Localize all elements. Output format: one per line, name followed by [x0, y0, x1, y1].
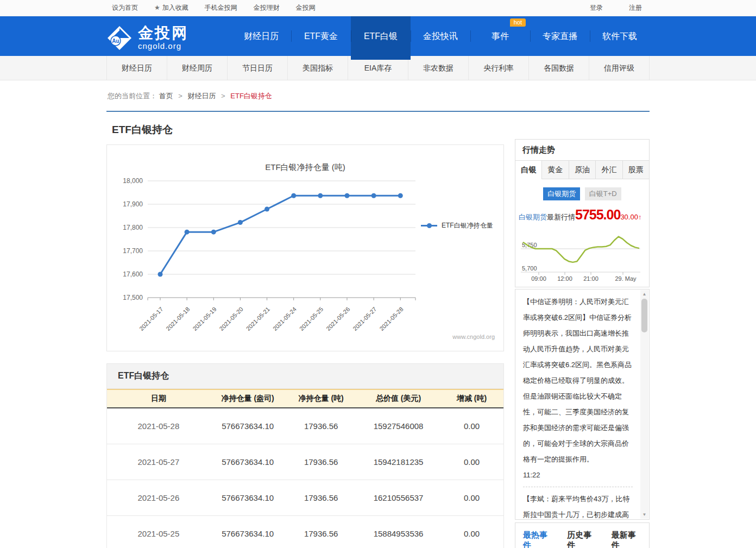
etf-silver-chart: ETF白银净持仓量 (吨) 18,00017,90017,80017,70017… — [106, 144, 504, 351]
add-favorite-link[interactable]: ★加入收藏 — [154, 3, 188, 12]
svg-text:Au: Au — [112, 38, 119, 44]
etf-silver-chart-svg: 18,00017,90017,80017,70017,60017,5002021… — [107, 178, 500, 350]
price-value: 5755.00 — [575, 207, 620, 222]
chart-watermark: www.cngold.org — [452, 333, 495, 340]
silver-td-button[interactable]: 白银T+D — [585, 187, 621, 200]
breadcrumb-prefix: 您的当前位置： — [108, 92, 157, 100]
table-cell: 576673634.10 — [210, 516, 286, 548]
table-cell: 0.00 — [440, 480, 503, 516]
news-scrollbar[interactable]: ▲ ▼ — [640, 290, 648, 519]
register-link[interactable]: 注册 — [629, 3, 642, 12]
svg-text:2021-05-25: 2021-05-25 — [298, 306, 324, 332]
events-tab-hottest[interactable]: 最热事件 — [523, 530, 553, 548]
finance-link[interactable]: 金投理财 — [254, 3, 280, 12]
table-cell: 576673634.10 — [210, 480, 286, 516]
breadcrumb-home[interactable]: 首页 — [159, 92, 173, 100]
market-trend-panel: 行情走势 白银 黄金 原油 外汇 股票 白银期货 白银T+D 白银期货最新行情5… — [515, 139, 650, 287]
events-tabs: 最热事件 历史事件 最新事件 — [515, 523, 649, 548]
silver-futures-button[interactable]: 白银期货 — [543, 187, 580, 200]
col-header-date: 日期 — [107, 389, 210, 408]
market-tab-forex[interactable]: 外汇 — [595, 161, 622, 179]
legend-label: ETF白银净持仓量 — [442, 221, 493, 230]
events-panel: 最热事件 历史事件 最新事件 1 直击EIA数据 行情异动大战在即 — [515, 522, 650, 548]
site-logo[interactable]: Au 金投网 cngold.org — [106, 16, 188, 56]
set-homepage-link[interactable]: 设为首页 — [112, 3, 138, 12]
breadcrumb-current[interactable]: ETF白银持仓 — [230, 92, 272, 100]
table-cell: 17936.56 — [285, 444, 356, 480]
svg-text:2021-05-21: 2021-05-21 — [245, 306, 271, 332]
subnav-finance-weekly[interactable]: 财经周历 — [167, 56, 227, 80]
star-icon: ★ — [154, 4, 160, 11]
subnav-us-indicators[interactable]: 美国指标 — [287, 56, 348, 80]
news-item[interactable]: 【中信证券明明：人民币对美元汇率或将突破6.2区间】中信证券分析师明明表示，我国… — [523, 294, 633, 483]
nav-item-etf-silver[interactable]: ETF白银 — [351, 16, 411, 56]
market-tab-stocks[interactable]: 股票 — [622, 161, 649, 179]
nav-item-calendar[interactable]: 财经日历 — [231, 16, 291, 56]
table-row: 2021-05-28 576673634.10 17936.56 1592754… — [107, 408, 503, 444]
table-cell: 2021-05-25 — [107, 516, 210, 548]
chart-title: ETF白银净持仓量 (吨) — [107, 162, 503, 173]
hot-badge: hot — [510, 18, 526, 27]
cngold-link[interactable]: 金投网 — [296, 3, 316, 12]
etf-silver-holdings-table: ETF白银持仓 日期 净持仓量 (盎司) 净持仓量 (吨) 总价值 (美元) 增… — [106, 363, 504, 548]
table-cell: 576673634.10 — [210, 408, 286, 444]
nav-item-software-download[interactable]: 软件下载 — [590, 16, 650, 56]
price-change: 30.00 — [620, 213, 638, 221]
top-utility-bar: 设为首页 ★加入收藏 手机金投网 金投理财 金投网 登录 注册 — [0, 0, 756, 16]
scroll-up-icon[interactable]: ▲ — [640, 292, 648, 297]
svg-text:17,600: 17,600 — [123, 270, 143, 278]
svg-text:12:00: 12:00 — [557, 275, 572, 282]
mini-price-chart: 5,7505,70009:0012:0021:0029. May — [521, 225, 644, 284]
silver-futures-link[interactable]: 白银期货 — [519, 213, 547, 221]
table-cell: 2021-05-26 — [107, 480, 210, 516]
logo-domain: cngold.org — [138, 41, 188, 51]
table-cell: 2021-05-28 — [107, 408, 210, 444]
svg-text:29. May: 29. May — [615, 275, 637, 282]
subnav-holiday-calendar[interactable]: 节日日历 — [227, 56, 287, 80]
nav-item-etf-gold[interactable]: ETF黄金 — [291, 16, 351, 56]
table-cell: 17936.56 — [285, 408, 356, 444]
table-cell: 17936.56 — [285, 480, 356, 516]
page-title: ETF白银持仓 — [112, 123, 504, 137]
events-tab-latest[interactable]: 最新事件 — [612, 530, 641, 548]
nav-item-events[interactable]: 事件hot — [470, 16, 530, 56]
nav-item-expert-live[interactable]: 专家直播 — [530, 16, 590, 56]
logo-name: 金投网 — [138, 25, 188, 41]
col-header-change: 增减 (吨) — [440, 389, 503, 408]
market-tab-oil[interactable]: 原油 — [569, 161, 595, 179]
chart-legend: ETF白银净持仓量 — [421, 221, 493, 230]
svg-text:17,800: 17,800 — [123, 224, 143, 231]
up-arrow-icon: ↑ — [638, 213, 642, 221]
market-tab-silver[interactable]: 白银 — [515, 161, 541, 179]
market-tab-gold[interactable]: 黄金 — [541, 161, 568, 179]
events-tab-history[interactable]: 历史事件 — [567, 530, 597, 548]
svg-text:2021-05-24: 2021-05-24 — [272, 306, 298, 332]
market-tabs: 白银 黄金 原油 外汇 股票 — [515, 160, 649, 179]
subnav-nonfarm-data[interactable]: 非农数据 — [408, 56, 468, 80]
scrollbar-thumb[interactable] — [641, 299, 647, 332]
breadcrumb-separator: > — [178, 92, 182, 100]
subnav-credit-rating[interactable]: 信用评级 — [589, 56, 650, 80]
svg-text:2021-05-17: 2021-05-17 — [138, 306, 164, 332]
breadcrumb-finance-calendar[interactable]: 财经日历 — [187, 92, 216, 100]
table-cell: 15927546008 — [357, 408, 440, 444]
news-feed-panel: 【中信证券明明：人民币对美元汇率或将突破6.2区间】中信证券分析师明明表示，我国… — [515, 289, 650, 520]
nav-items: 财经日历 ETF黄金 ETF白银 金投快讯 事件hot 专家直播 软件下载 — [231, 16, 650, 56]
market-trend-title: 行情走势 — [515, 140, 649, 160]
mobile-site-link[interactable]: 手机金投网 — [205, 3, 237, 12]
svg-text:2021-05-20: 2021-05-20 — [218, 306, 244, 332]
subnav-country-data[interactable]: 各国数据 — [528, 56, 589, 80]
svg-text:09:00: 09:00 — [531, 275, 546, 282]
table-cell: 0.00 — [440, 444, 503, 480]
table-row: 2021-05-27 576673634.10 17936.56 1594218… — [107, 444, 503, 480]
svg-text:17,700: 17,700 — [123, 247, 143, 255]
table-cell: 576673634.10 — [210, 444, 286, 480]
nav-item-flash-news[interactable]: 金投快讯 — [411, 16, 470, 56]
title-divider — [106, 111, 650, 112]
login-link[interactable]: 登录 — [590, 3, 603, 12]
svg-text:21:00: 21:00 — [583, 275, 598, 282]
scroll-down-icon[interactable]: ▼ — [640, 512, 648, 517]
news-item[interactable]: 【李斌：蔚来平均售价43万，比特斯拉中国贵十几万，已初步建成高端品牌】第四届全国… — [523, 491, 633, 520]
subnav-finance-calendar[interactable]: 财经日历 — [106, 56, 167, 80]
subnav-central-bank-rates[interactable]: 央行利率 — [468, 56, 528, 80]
